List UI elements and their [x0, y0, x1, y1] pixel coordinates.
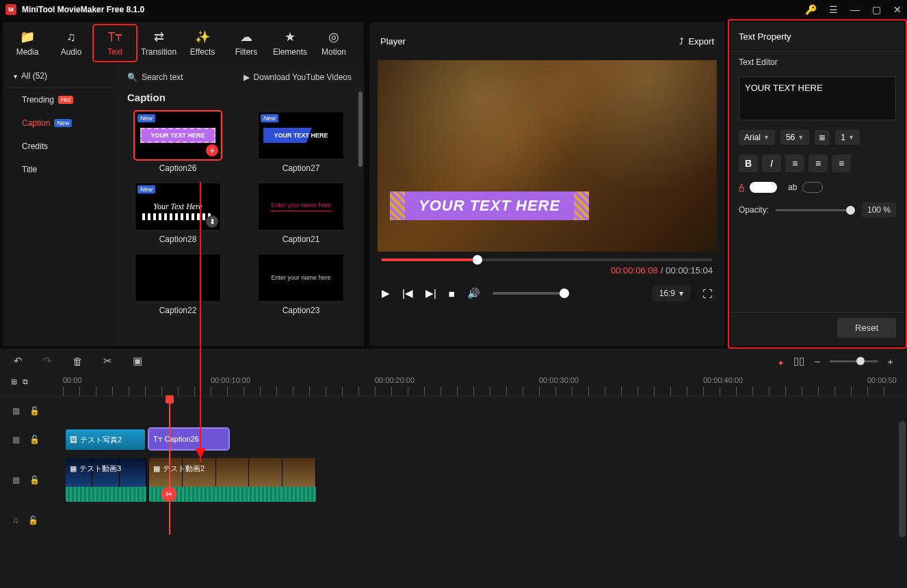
- lock-icon[interactable]: 🔓: [29, 475, 40, 485]
- hamburger-icon[interactable]: ☰: [829, 4, 838, 15]
- tab-transition[interactable]: ⇄Transition: [137, 25, 181, 62]
- export-button[interactable]: ⤴Export: [679, 36, 714, 46]
- reset-button[interactable]: Reset: [837, 318, 896, 338]
- hot-badge: Hot: [58, 96, 73, 104]
- align-left-button[interactable]: ≡: [785, 155, 804, 172]
- lock-icon[interactable]: 🔓: [29, 406, 40, 416]
- letter-spacing-select[interactable]: 1▼: [835, 130, 860, 145]
- add-track-icon[interactable]: ⊞: [11, 377, 17, 386]
- track-text[interactable]: 🖼テスト写真2 TᴛCaption26: [63, 425, 896, 454]
- category-caption[interactable]: CaptionNew: [3, 111, 115, 135]
- undo-icon[interactable]: ↶: [14, 355, 23, 367]
- close-icon[interactable]: ✕: [893, 4, 902, 15]
- zoom-out-icon[interactable]: −: [814, 356, 820, 367]
- split-marker-icon: ✂: [161, 487, 176, 502]
- text-property-panel: Text Property Text Editor YOUR TEXT HERE…: [728, 19, 907, 349]
- minimize-icon[interactable]: —: [850, 4, 860, 15]
- play-icon[interactable]: ▶: [382, 287, 390, 299]
- maximize-icon[interactable]: ▢: [872, 4, 881, 15]
- caption-overlay: YOUR TEXT HERE: [405, 191, 574, 220]
- volume-icon[interactable]: 🔊: [467, 287, 480, 299]
- caption-label: Caption28: [159, 235, 197, 244]
- track-video[interactable]: ▦テスト動画3 ▦テスト動画2: [63, 454, 896, 506]
- zoom-in-icon[interactable]: +: [887, 356, 893, 367]
- clip-caption[interactable]: TᴛCaption26: [149, 429, 228, 449]
- music-note-icon: ♫: [66, 30, 76, 44]
- italic-button[interactable]: I: [762, 155, 781, 172]
- text-editor-input[interactable]: YOUR TEXT HERE: [739, 77, 896, 120]
- tab-motion[interactable]: ◎Motion: [312, 25, 356, 62]
- tab-media[interactable]: 📁Media: [5, 25, 49, 62]
- redo-icon[interactable]: ↷: [43, 355, 52, 367]
- caption-item-26[interactable]: NewYOUR TEXT HERE+ Caption26: [124, 111, 231, 173]
- caption-label: Caption21: [282, 235, 320, 244]
- font-size-select[interactable]: 56▼: [780, 130, 809, 145]
- track-audio[interactable]: [63, 506, 896, 535]
- app-title: MiniTool MovieMaker Free 8.1.0: [22, 5, 144, 14]
- new-tag-icon: New: [137, 114, 155, 122]
- next-frame-icon[interactable]: ▶|: [425, 287, 436, 299]
- tab-filters[interactable]: ☁Filters: [224, 25, 268, 62]
- caption-item-28[interactable]: NewYour Text Here⬇ Caption28: [124, 183, 231, 244]
- font-color-swatch[interactable]: [750, 182, 777, 193]
- tab-effects[interactable]: ✨Effects: [181, 25, 224, 62]
- timecode: 00:00:06:08 / 00:00:15:04: [382, 265, 713, 276]
- zoom-slider[interactable]: [830, 360, 878, 362]
- caption-item-27[interactable]: NewYOUR TEXT HERE Caption27: [248, 111, 354, 173]
- download-youtube-button[interactable]: ▶Download YouTube Videos: [244, 72, 352, 82]
- crop-icon[interactable]: ▣: [133, 355, 142, 367]
- duplicate-track-icon[interactable]: ⧉: [23, 377, 28, 386]
- search-icon: 🔍: [127, 72, 137, 82]
- caption-item-21[interactable]: Enter your name here Caption21: [248, 183, 354, 244]
- scrub-bar[interactable]: [382, 258, 713, 261]
- font-color-icon[interactable]: A: [739, 183, 744, 192]
- add-button[interactable]: +: [206, 144, 218, 157]
- search-input[interactable]: 🔍Search text: [127, 72, 183, 82]
- panel-scrollbar[interactable]: [358, 92, 363, 167]
- category-all[interactable]: All (52): [3, 64, 115, 88]
- lock-icon[interactable]: 🔓: [28, 516, 38, 525]
- align-center-button[interactable]: ≡: [809, 155, 828, 172]
- line-spacing-icon: ≣: [819, 133, 826, 142]
- category-trending[interactable]: TrendingHot: [3, 88, 115, 111]
- split-icon[interactable]: ✂: [103, 355, 112, 367]
- lock-icon[interactable]: 🔓: [29, 435, 40, 444]
- caption-item-23[interactable]: Enter your name here Caption23: [248, 254, 354, 315]
- key-icon[interactable]: 🔑: [805, 4, 817, 15]
- delete-icon[interactable]: 🗑: [73, 356, 83, 367]
- clip-video-a[interactable]: ▦テスト動画3: [66, 458, 146, 502]
- tab-text[interactable]: TᴛText: [93, 25, 137, 62]
- align-right-button[interactable]: ≡: [832, 155, 851, 172]
- volume-slider[interactable]: [492, 292, 568, 295]
- video-preview[interactable]: YOUR TEXT HERE: [378, 60, 717, 252]
- track-overlay[interactable]: [63, 397, 896, 425]
- magnet-icon[interactable]: ▯▯: [793, 355, 804, 367]
- stop-icon[interactable]: ■: [449, 288, 455, 299]
- filters-icon: ☁: [240, 29, 252, 44]
- tab-audio[interactable]: ♫Audio: [49, 25, 93, 62]
- tab-elements[interactable]: ★Elements: [268, 25, 312, 62]
- film-icon: ▦: [12, 435, 20, 444]
- highlight-color-swatch[interactable]: [802, 182, 823, 193]
- bold-button[interactable]: B: [739, 155, 758, 172]
- timeline-scrollbar[interactable]: [899, 421, 906, 537]
- font-select[interactable]: Arial▼: [739, 130, 775, 145]
- opacity-slider[interactable]: [776, 209, 855, 211]
- category-credits[interactable]: Credits: [3, 135, 115, 158]
- new-tag-icon: New: [261, 114, 278, 122]
- fullscreen-icon[interactable]: ⛶: [702, 288, 713, 299]
- line-spacing-button[interactable]: ≣: [815, 130, 830, 145]
- marker-icon[interactable]: ⬥: [778, 356, 784, 367]
- aspect-select[interactable]: 16:9▾: [653, 285, 690, 302]
- clip-photo[interactable]: 🖼テスト写真2: [66, 429, 145, 450]
- elements-icon: ★: [285, 29, 295, 44]
- caption-item-22[interactable]: Caption22: [124, 254, 231, 315]
- download-icon[interactable]: ⬇: [206, 215, 218, 228]
- music-note-icon: ♫: [12, 516, 18, 525]
- timeline-ruler[interactable]: ⊞ ⧉ 00:00 00:00:10:00 00:00:20:00 00:00:…: [0, 373, 907, 397]
- category-title[interactable]: Title: [3, 158, 115, 181]
- caption-label: Caption22: [159, 306, 197, 315]
- prev-frame-icon[interactable]: |◀: [402, 287, 413, 299]
- track-head-text: ▦🔓: [0, 425, 63, 454]
- highlight-icon[interactable]: ab: [788, 183, 797, 192]
